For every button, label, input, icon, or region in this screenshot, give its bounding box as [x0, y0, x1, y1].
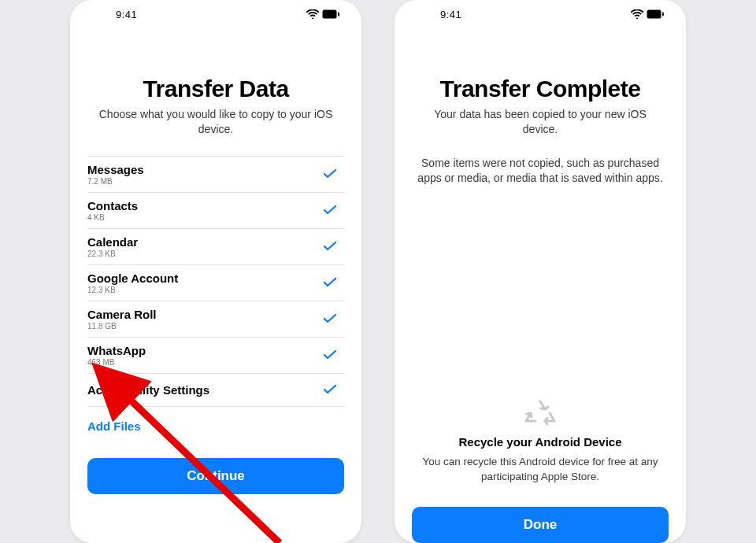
check-icon: [324, 350, 341, 360]
check-icon: [324, 385, 341, 394]
recycle-icon: [412, 399, 669, 429]
continue-button[interactable]: Continue: [87, 458, 344, 494]
add-files-button[interactable]: Add Files: [87, 407, 344, 442]
page-subtitle: Your data has been copied to your new iO…: [418, 107, 662, 137]
page-note: Some items were not copied, such as purc…: [417, 156, 664, 187]
check-icon: [324, 242, 341, 251]
item-label: WhatsApp: [87, 344, 146, 357]
item-size: 22.3 KB: [87, 249, 138, 258]
item-size: 4 KB: [87, 213, 138, 222]
page-title: Transfer Complete: [412, 76, 669, 102]
battery-icon: [322, 9, 339, 19]
transfer-list: Messages 7.2 MB Contacts 4 KB Calendar: [87, 156, 344, 407]
page-subtitle: Choose what you would like to copy to yo…: [94, 107, 338, 137]
list-item[interactable]: Messages 7.2 MB: [87, 157, 344, 193]
check-icon: [324, 278, 341, 287]
list-item[interactable]: Google Account 12.3 KB: [87, 265, 344, 301]
item-label: Calendar: [87, 235, 138, 249]
done-button[interactable]: Done: [412, 507, 669, 543]
recycle-title: Recycle your Android Device: [412, 435, 669, 449]
wifi-icon: [306, 9, 319, 19]
item-size: 11.8 GB: [87, 322, 157, 331]
status-time: 9:41: [440, 9, 461, 20]
item-size: 463 MB: [87, 358, 146, 367]
item-label: Camera Roll: [87, 308, 157, 321]
status-time: 9:41: [116, 9, 137, 20]
wifi-icon: [631, 9, 643, 19]
svg-rect-2: [647, 10, 662, 19]
status-icons: [306, 9, 339, 19]
svg-rect-3: [662, 13, 664, 17]
status-bar: 9:41: [70, 0, 361, 28]
list-item[interactable]: Calendar 22.3 KB: [87, 229, 344, 265]
item-label: Messages: [87, 163, 144, 176]
list-item[interactable]: Contacts 4 KB: [87, 193, 344, 229]
check-icon: [324, 169, 341, 179]
recycle-block: Recycle your Android Device You can recy…: [412, 399, 669, 485]
svg-rect-0: [323, 10, 337, 19]
item-label: Google Account: [87, 272, 178, 285]
item-size: 12.3 KB: [87, 286, 178, 294]
status-icons: [631, 9, 664, 19]
battery-icon: [647, 9, 664, 19]
phone-transfer-complete: 9:41 Transfer Complete Your data has bee…: [395, 0, 686, 543]
list-item[interactable]: Camera Roll 11.8 GB: [87, 301, 344, 338]
phone-transfer-data: 9:41 Transfer Data Choose what you would…: [70, 0, 361, 543]
check-icon: [324, 205, 341, 215]
item-size: 7.2 MB: [87, 177, 144, 186]
page-title: Transfer Data: [87, 76, 344, 102]
recycle-description: You can recycle this Android device for …: [417, 455, 664, 485]
svg-rect-1: [338, 13, 339, 17]
list-item[interactable]: WhatsApp 463 MB: [87, 338, 344, 374]
item-label: Accessibility Settings: [87, 383, 209, 397]
status-bar: 9:41: [395, 0, 686, 28]
item-label: Contacts: [87, 199, 138, 212]
check-icon: [324, 314, 341, 323]
list-item[interactable]: Accessibility Settings: [87, 374, 344, 407]
